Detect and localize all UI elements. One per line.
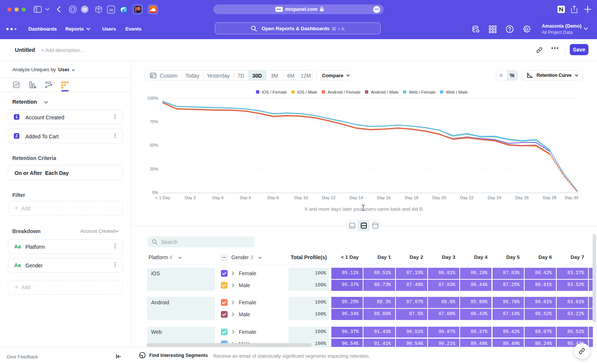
svg-text:JS: JS [109, 8, 113, 12]
